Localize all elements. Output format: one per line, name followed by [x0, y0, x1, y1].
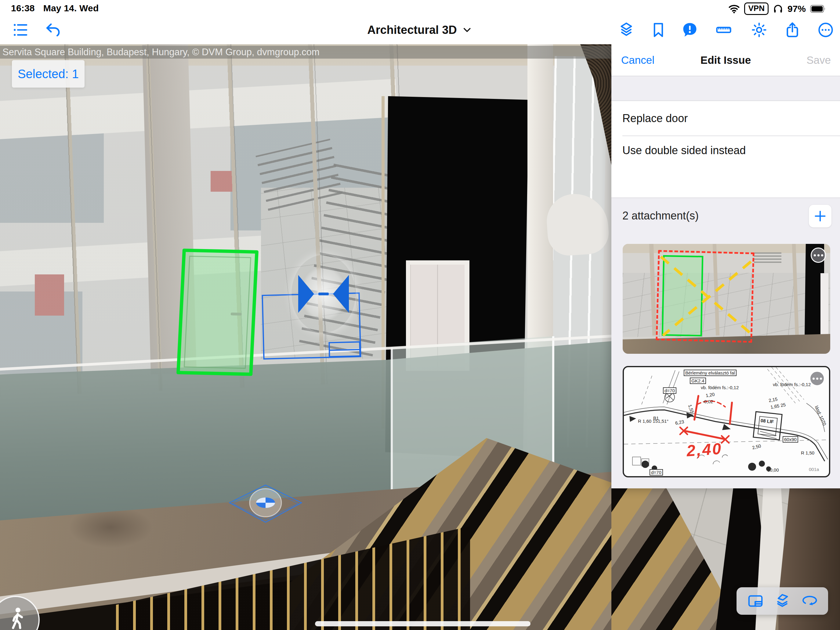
- add-attachment-button[interactable]: [809, 205, 831, 227]
- main-toolbar: Architectural 3D: [0, 15, 840, 44]
- edit-issue-panel: Cancel Edit Issue Save Replace door Use …: [611, 44, 840, 488]
- issue-title-field[interactable]: Replace door: [611, 101, 840, 136]
- chevron-down-icon: [461, 24, 473, 36]
- undo-icon[interactable]: [44, 21, 62, 38]
- plan-label: 10,00: [767, 467, 779, 472]
- info-panel-icon[interactable]: [747, 593, 764, 609]
- attachment-floorplan-thumbnail[interactable]: Bérlemény elválasztó fal GK2.4 vb. födém…: [623, 366, 830, 477]
- issue-description-field[interactable]: Use double sided instead: [611, 136, 840, 197]
- status-time: 16:38: [11, 3, 35, 13]
- save-button[interactable]: Save: [807, 54, 831, 66]
- status-date: May 14. Wed: [43, 3, 99, 13]
- view-title-dropdown[interactable]: Architectural 3D: [367, 23, 473, 36]
- vpn-badge: VPN: [744, 2, 768, 15]
- attachments-count-label: 2 attachment(s): [622, 209, 699, 222]
- floor-plan-marker[interactable]: [228, 484, 303, 523]
- panel-title: Edit Issue: [701, 54, 751, 66]
- battery-percent: 97%: [788, 4, 806, 14]
- yellow-x-annotation: [623, 244, 830, 354]
- view-title-label: Architectural 3D: [367, 23, 457, 36]
- door-handle: [231, 313, 242, 316]
- watermark: Servita Square Building, Budapest, Hunga…: [0, 46, 612, 58]
- plan-label: R 1,50: [801, 450, 814, 455]
- plan-label: d=70: [663, 387, 676, 394]
- view-controls-bar: [737, 587, 828, 615]
- brightness-icon[interactable]: [750, 21, 768, 38]
- plan-label: vb. födém fs.:-0,12: [773, 382, 811, 387]
- ruler-icon[interactable]: [715, 21, 732, 38]
- more-icon[interactable]: [817, 21, 834, 38]
- plan-label: d=70: [649, 469, 663, 475]
- camera-triangle-right: [333, 275, 349, 313]
- plan-label: -0,02: [703, 399, 713, 404]
- attachment-options-button[interactable]: [811, 248, 826, 263]
- door-leaf-outline: [184, 256, 251, 369]
- status-time-date: 16:38May 14. Wed: [11, 3, 107, 13]
- plan-label: GK2.4: [690, 377, 706, 384]
- plan-label: 001a: [809, 467, 819, 472]
- section-spacer: [611, 76, 840, 101]
- attachments-header-row: 2 attachment(s): [611, 198, 840, 233]
- attachment-options-button[interactable]: [810, 371, 825, 386]
- plan-label: Bérlemény elválasztó fal: [684, 369, 737, 376]
- plan-red-dimension: 2,40: [686, 439, 723, 460]
- model-tree-list-icon[interactable]: [12, 21, 29, 38]
- orbit-icon[interactable]: [801, 593, 818, 609]
- wifi-icon: [728, 4, 740, 13]
- plan-label: vb. födém fs.:-0,12: [701, 385, 739, 390]
- status-indicators: VPN 97%: [728, 2, 826, 15]
- selected-door-highlight[interactable]: [177, 248, 259, 376]
- panel-header: Cancel Edit Issue Save: [611, 44, 840, 76]
- selected-count-badge: Selected: 1: [12, 60, 85, 88]
- headphones-icon: [773, 4, 783, 14]
- cancel-button[interactable]: Cancel: [621, 54, 654, 66]
- home-indicator[interactable]: [315, 621, 531, 626]
- camera-dash: [318, 292, 329, 295]
- plan-label: 60x90: [783, 436, 798, 442]
- issue-icon[interactable]: [681, 21, 698, 38]
- camera-triangle-left: [298, 275, 314, 313]
- layers-icon[interactable]: [618, 21, 635, 38]
- bookmark-icon[interactable]: [650, 21, 667, 38]
- attachments-section: 2 attachment(s): [611, 197, 840, 488]
- walking-person-icon: [2, 605, 31, 630]
- camera-marker-icon[interactable]: [292, 255, 355, 333]
- share-icon[interactable]: [784, 21, 801, 38]
- battery-icon: [810, 5, 826, 13]
- drawing-title-block: [328, 341, 360, 357]
- plan-label: B1: [653, 415, 659, 421]
- status-bar: 16:38May 14. Wed VPN 97%: [0, 0, 840, 15]
- floors-stack-icon[interactable]: [774, 593, 791, 609]
- attachment-screenshot-thumbnail[interactable]: [623, 244, 830, 354]
